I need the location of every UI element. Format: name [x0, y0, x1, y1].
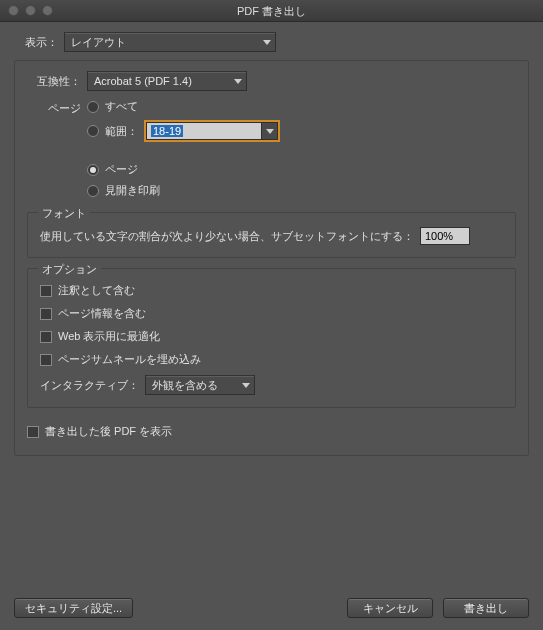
- radio-range[interactable]: 範囲： 18-19: [87, 120, 280, 142]
- options-legend: オプション: [38, 262, 101, 277]
- window-title: PDF 書き出し: [237, 5, 306, 17]
- range-input[interactable]: 18-19: [146, 122, 262, 140]
- compat-select[interactable]: Acrobat 5 (PDF 1.4): [87, 71, 247, 91]
- interactive-select[interactable]: 外観を含める: [145, 375, 255, 395]
- export-button[interactable]: 書き出し: [443, 598, 529, 618]
- check-annotations-label: 注釈として含む: [58, 283, 135, 298]
- radio-icon: [87, 164, 99, 176]
- compat-label: 互換性：: [27, 74, 81, 89]
- minimize-icon: [25, 5, 36, 16]
- radio-pages[interactable]: ページ: [87, 162, 280, 177]
- subset-input[interactable]: 100%: [420, 227, 470, 245]
- check-view-after-label: 書き出した後 PDF を表示: [45, 424, 172, 439]
- check-annotations[interactable]: 注釈として含む: [40, 283, 503, 298]
- radio-all[interactable]: すべて: [87, 99, 280, 114]
- check-embed-thumbnails-label: ページサムネールを埋め込み: [58, 352, 201, 367]
- radio-spreads-label: 見開き印刷: [105, 183, 160, 198]
- check-optimize-web-label: Web 表示用に最適化: [58, 329, 160, 344]
- radio-all-label: すべて: [105, 99, 138, 114]
- pages-label: ページ: [27, 99, 81, 116]
- radio-icon: [87, 101, 99, 113]
- check-view-after[interactable]: 書き出した後 PDF を表示: [27, 424, 516, 439]
- range-label: 範囲：: [105, 124, 138, 139]
- checkbox-icon: [40, 331, 52, 343]
- range-value: 18-19: [151, 125, 183, 137]
- radio-icon: [87, 125, 99, 137]
- radio-icon: [87, 185, 99, 197]
- chevron-down-icon: [242, 383, 250, 388]
- range-dropdown[interactable]: [262, 122, 278, 140]
- chevron-down-icon: [266, 129, 274, 134]
- display-value: レイアウト: [71, 35, 126, 50]
- check-embed-thumbnails[interactable]: ページサムネールを埋め込み: [40, 352, 503, 367]
- font-legend: フォント: [38, 206, 90, 221]
- check-optimize-web[interactable]: Web 表示用に最適化: [40, 329, 503, 344]
- close-icon[interactable]: [8, 5, 19, 16]
- display-select[interactable]: レイアウト: [64, 32, 276, 52]
- traffic-lights: [8, 5, 53, 16]
- window-titlebar: PDF 書き出し: [0, 0, 543, 22]
- checkbox-icon: [40, 285, 52, 297]
- display-label: 表示：: [18, 35, 58, 50]
- range-input-wrap: 18-19: [144, 120, 280, 142]
- checkbox-icon: [40, 354, 52, 366]
- cancel-button[interactable]: キャンセル: [347, 598, 433, 618]
- radio-pages-label: ページ: [105, 162, 138, 177]
- checkbox-icon: [27, 426, 39, 438]
- checkbox-icon: [40, 308, 52, 320]
- compat-value: Acrobat 5 (PDF 1.4): [94, 75, 192, 87]
- check-page-info-label: ページ情報を含む: [58, 306, 146, 321]
- check-page-info[interactable]: ページ情報を含む: [40, 306, 503, 321]
- zoom-icon: [42, 5, 53, 16]
- chevron-down-icon: [234, 79, 242, 84]
- radio-spreads[interactable]: 見開き印刷: [87, 183, 280, 198]
- interactive-value: 外観を含める: [152, 378, 218, 393]
- chevron-down-icon: [263, 40, 271, 45]
- interactive-label: インタラクティブ：: [40, 378, 139, 393]
- subset-label: 使用している文字の割合が次より少ない場合、サブセットフォントにする：: [40, 229, 414, 244]
- security-settings-button[interactable]: セキュリティ設定...: [14, 598, 133, 618]
- subset-value: 100%: [425, 230, 453, 242]
